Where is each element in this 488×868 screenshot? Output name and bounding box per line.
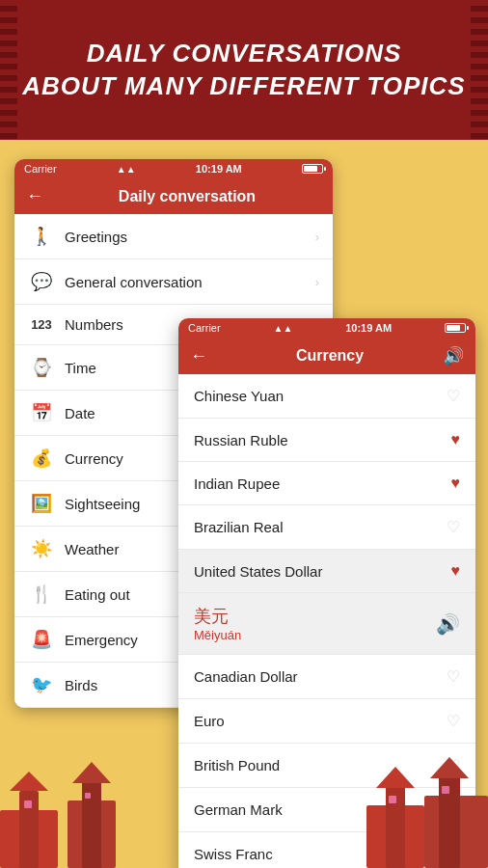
svg-marker-5	[72, 762, 111, 783]
menu-item-general[interactable]: 💬 General conversation ›	[14, 259, 333, 305]
time-label-2: 10:19 AM	[345, 322, 392, 334]
currency-icon: 💰	[28, 448, 55, 469]
euro-label: Euro	[194, 713, 447, 729]
svg-marker-8	[376, 767, 415, 788]
date-icon: 📅	[28, 402, 55, 423]
banner-text: Daily Conversations About Many Different…	[22, 38, 465, 103]
svg-rect-12	[24, 800, 32, 808]
nav-title-1: Daily conversation	[53, 188, 321, 205]
svg-rect-15	[442, 786, 449, 794]
chevron-greetings: ›	[315, 230, 319, 244]
carrier-label-2: Carrier	[188, 322, 221, 334]
numbers-icon: 123	[28, 317, 55, 332]
wifi-icon-1: ▲▲	[117, 164, 136, 175]
status-bar-2: Carrier ▲▲ 10:19 AM	[178, 318, 475, 338]
currency-item-canadian-dollar[interactable]: Canadian Dollar ♡	[178, 655, 475, 699]
canadian-dollar-label: Canadian Dollar	[194, 668, 447, 685]
back-button-1[interactable]: ←	[26, 186, 43, 206]
eating-icon: 🍴	[28, 583, 55, 605]
indian-rupee-label: Indian Rupee	[194, 475, 451, 492]
euro-heart[interactable]: ♡	[447, 712, 460, 730]
carrier-label-1: Carrier	[24, 163, 57, 175]
general-icon: 💬	[28, 271, 55, 292]
chinese-pinyin: Měiyuán	[194, 628, 241, 642]
battery-icon-1	[302, 164, 323, 174]
brazilian-real-heart[interactable]: ♡	[447, 518, 460, 536]
birds-icon: 🐦	[28, 674, 55, 695]
status-bar-1: Carrier ▲▲ 10:19 AM	[14, 159, 333, 178]
russian-ruble-heart[interactable]: ♥	[451, 431, 461, 448]
chevron-general: ›	[315, 275, 319, 289]
currency-item-brazilian-real[interactable]: Brazilian Real ♡	[178, 505, 475, 550]
nav-bar-2: ← Currency 🔊	[178, 338, 475, 374]
greetings-icon: 🚶	[28, 226, 55, 247]
canadian-dollar-heart[interactable]: ♡	[447, 667, 460, 686]
battery-icon-2	[445, 323, 466, 333]
general-label: General conversation	[65, 274, 315, 290]
indian-rupee-heart[interactable]: ♥	[451, 475, 461, 492]
currency-item-indian-rupee[interactable]: Indian Rupee ♥	[178, 462, 475, 505]
emergency-icon: 🚨	[28, 629, 55, 650]
speaker-nav-icon[interactable]: 🔊	[443, 345, 464, 366]
svg-rect-14	[389, 796, 396, 803]
russian-ruble-label: Russian Ruble	[194, 432, 451, 448]
sightseeing-icon: 🖼️	[28, 493, 55, 514]
currency-item-usd[interactable]: United States Dollar ♥	[178, 550, 475, 593]
chinese-translation-text: 美元 Měiyuán	[194, 605, 241, 642]
currency-item-euro[interactable]: Euro ♡	[178, 699, 475, 744]
usd-heart[interactable]: ♥	[451, 562, 461, 580]
weather-icon: ☀️	[28, 538, 55, 559]
svg-rect-13	[85, 793, 91, 799]
brazilian-real-label: Brazilian Real	[194, 519, 447, 535]
speaker-icon[interactable]: 🔊	[436, 612, 460, 636]
currency-item-chinese-yuan[interactable]: Chinese Yuan ♡	[178, 374, 475, 419]
top-banner: Daily Conversations About Many Different…	[0, 0, 488, 140]
wifi-icon-2: ▲▲	[274, 323, 293, 334]
usd-label: United States Dollar	[194, 563, 451, 580]
decorative-buildings	[0, 752, 488, 868]
time-icon: ⌚	[28, 357, 55, 378]
back-button-2[interactable]: ←	[190, 346, 207, 366]
nav-bar-1: ← Daily conversation	[14, 178, 333, 214]
svg-marker-11	[430, 757, 469, 778]
menu-item-greetings[interactable]: 🚶 Greetings ›	[14, 214, 333, 259]
chinese-translation-card: 美元 Měiyuán 🔊	[178, 593, 475, 655]
currency-item-russian-ruble[interactable]: Russian Ruble ♥	[178, 419, 475, 462]
svg-marker-2	[10, 772, 48, 791]
chinese-yuan-heart[interactable]: ♡	[447, 387, 460, 405]
nav-title-2: Currency	[217, 347, 443, 365]
chinese-yuan-label: Chinese Yuan	[194, 388, 447, 404]
time-label-1: 10:19 AM	[196, 163, 242, 175]
greetings-label: Greetings	[65, 229, 315, 245]
chinese-characters: 美元	[194, 605, 241, 628]
background-area: Carrier ▲▲ 10:19 AM ← Daily conversation…	[0, 140, 488, 868]
